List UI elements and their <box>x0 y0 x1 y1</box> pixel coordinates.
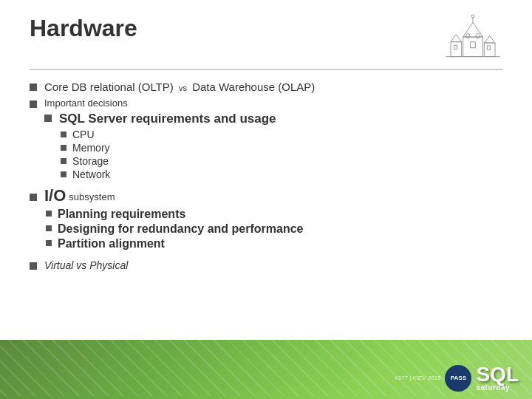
bullet-storage <box>61 158 66 164</box>
svg-marker-7 <box>484 36 495 43</box>
bullet-important-text: Important decisions <box>44 98 128 109</box>
bullet-important: Important decisions SQL Server requireme… <box>30 98 502 182</box>
footer: #377 | KIEV 2015 PASS SQL saturday <box>0 340 532 399</box>
bullet-planning <box>46 211 52 216</box>
bullet-network <box>61 171 66 177</box>
footer-logo-group: #377 | KIEV 2015 PASS SQL saturday <box>395 365 519 392</box>
bullet-partition <box>46 240 52 246</box>
pass-badge: PASS <box>445 365 471 392</box>
city-illustration <box>443 11 502 63</box>
svg-rect-8 <box>471 42 476 48</box>
io-partition: Partition alignment <box>46 237 304 250</box>
svg-marker-5 <box>451 35 462 42</box>
header-area: Hardware <box>30 15 502 63</box>
bullet-square-virtual <box>30 262 37 270</box>
svg-rect-0 <box>463 37 483 57</box>
svg-rect-10 <box>487 46 490 50</box>
bullet-core-db-text: Core DB relational (OLTP) vs Data Wareho… <box>44 81 315 93</box>
bullet-virtual: Virtual vs Physical <box>30 259 502 271</box>
bullet-square-1 <box>30 83 37 91</box>
sql-saturday-text: SQL saturday <box>476 365 519 392</box>
svg-rect-9 <box>454 45 457 49</box>
main-content: Hardware <box>0 0 532 340</box>
svg-point-12 <box>476 33 480 38</box>
svg-point-11 <box>466 33 470 38</box>
sql-requirements-title: SQL Server requirements and usage <box>59 112 276 126</box>
bullet-io: I/Osubsystem Planning requirements Desig… <box>30 186 502 252</box>
storage-item: Storage <box>61 155 276 167</box>
io-planning: Planning requirements <box>46 208 304 221</box>
bullet-square-io <box>30 194 37 201</box>
network-item: Network <box>61 168 276 180</box>
io-designing: Designing for redundancy and performance <box>46 222 304 236</box>
io-title: I/Osubsystem <box>44 186 115 205</box>
event-info: #377 | KIEV 2015 <box>395 375 441 381</box>
bullet-square-sql <box>44 115 52 122</box>
cpu-item: CPU <box>61 129 276 140</box>
memory-item: Memory <box>61 142 276 154</box>
bullet-square-2 <box>30 100 37 108</box>
header-divider <box>30 69 502 70</box>
slide-title: Hardware <box>30 15 137 42</box>
bullet-cpu <box>61 132 66 137</box>
bullet-designing <box>46 225 52 231</box>
slide: Hardware <box>0 0 532 399</box>
bullet-memory <box>61 145 66 151</box>
bullet-core-db: Core DB relational (OLTP) vs Data Wareho… <box>30 81 502 93</box>
virtual-text: Virtual vs Physical <box>44 259 128 271</box>
